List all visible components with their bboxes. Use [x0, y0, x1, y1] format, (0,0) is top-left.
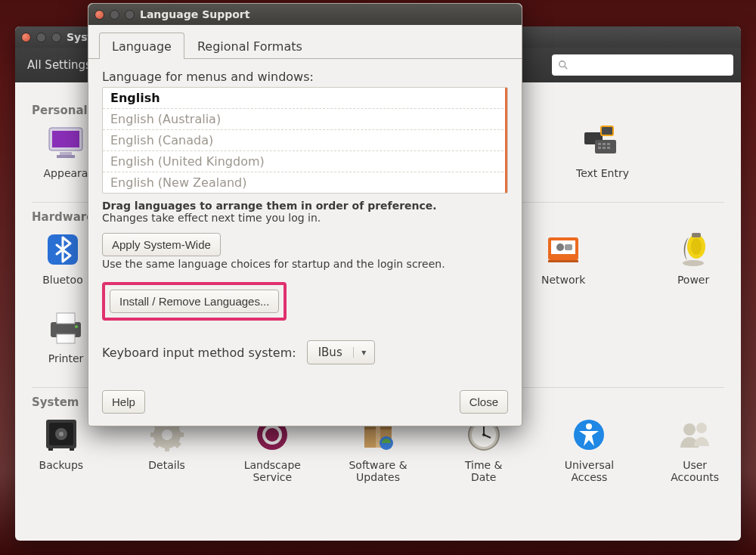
apply-system-wide-button[interactable]: Apply System-Wide — [102, 233, 221, 256]
drag-hint-strong: Drag languages to arrange them in order … — [102, 200, 508, 212]
svg-rect-19 — [565, 244, 572, 250]
power-label: Power — [677, 274, 709, 286]
language-item[interactable]: English (New Zealand) — [103, 172, 507, 193]
svg-line-1 — [565, 67, 568, 70]
svg-rect-33 — [48, 448, 53, 451]
backups-label: Backups — [39, 459, 84, 471]
search-input[interactable] — [552, 54, 733, 76]
svg-rect-27 — [57, 334, 75, 343]
svg-rect-10 — [603, 143, 606, 145]
tabs: Language Regional Formats — [88, 25, 522, 59]
install-remove-highlight: Install / Remove Languages... — [102, 282, 287, 321]
landscape-label: Landscape Service — [243, 459, 302, 483]
backups-item[interactable]: Backups — [32, 415, 91, 483]
language-item[interactable]: English (United Kingdom) — [103, 151, 507, 172]
bluetooth-icon — [43, 230, 82, 269]
chevron-down-icon: ▾ — [353, 347, 374, 358]
tab-language[interactable]: Language — [99, 33, 184, 59]
svg-rect-7 — [601, 126, 613, 135]
svg-point-47 — [265, 428, 279, 442]
language-tab-panel: Language for menus and windows: English … — [88, 59, 522, 390]
keyboard-icon — [583, 123, 622, 163]
svg-rect-14 — [607, 147, 610, 149]
bluetooth-label: Bluetoo — [42, 274, 83, 286]
monitor-icon — [46, 123, 85, 163]
svg-rect-4 — [60, 152, 72, 155]
svg-rect-38 — [150, 433, 156, 437]
network-label: Network — [541, 274, 585, 286]
keyboard-input-value: IBus — [308, 346, 353, 359]
maximize-icon[interactable] — [51, 33, 61, 42]
close-button[interactable]: Close — [460, 390, 508, 414]
drag-hint: Changes take effect next time you log in… — [102, 212, 508, 224]
details-label: Details — [148, 459, 185, 471]
svg-point-21 — [683, 260, 704, 266]
svg-point-44 — [162, 429, 172, 440]
appearance-label: Appeara — [44, 167, 88, 179]
close-icon[interactable] — [94, 10, 104, 20]
network-icon — [544, 230, 583, 269]
printer-icon — [46, 309, 85, 348]
svg-rect-13 — [603, 147, 606, 149]
svg-rect-11 — [607, 143, 610, 145]
svg-rect-26 — [57, 313, 75, 324]
language-list[interactable]: English English (Australia) English (Can… — [102, 87, 508, 194]
keyboard-input-label: Keyboard input method system: — [102, 346, 296, 360]
search-icon — [558, 60, 569, 70]
svg-point-56 — [482, 433, 485, 436]
svg-rect-24 — [692, 233, 701, 237]
users-item[interactable]: User Accounts — [665, 415, 724, 483]
language-item[interactable]: English (Canada) — [103, 130, 507, 151]
power-icon — [674, 230, 713, 269]
svg-point-23 — [691, 238, 702, 255]
language-support-dialog: Language Support Language Regional Forma… — [88, 3, 522, 426]
bluetooth-item[interactable]: Bluetoo — [32, 230, 94, 286]
universal-item[interactable]: Universal Access — [560, 415, 619, 483]
accessibility-icon — [569, 415, 609, 454]
power-item[interactable]: Power — [662, 230, 724, 286]
svg-point-59 — [683, 423, 696, 436]
language-item[interactable]: English — [103, 88, 507, 109]
svg-point-32 — [59, 432, 64, 436]
svg-point-60 — [696, 423, 707, 433]
svg-rect-3 — [52, 131, 79, 147]
users-label: User Accounts — [665, 459, 724, 483]
text-entry-item[interactable]: Text Entry — [569, 123, 637, 179]
network-item[interactable]: Network — [532, 230, 594, 286]
svg-point-0 — [559, 61, 565, 67]
svg-rect-39 — [178, 433, 184, 437]
dialog-titlebar: Language Support — [88, 4, 522, 25]
users-icon — [675, 415, 714, 454]
text-entry-label: Text Entry — [576, 167, 629, 179]
universal-label: Universal Access — [560, 459, 619, 483]
minimize-icon[interactable] — [36, 33, 46, 42]
keyboard-input-combobox[interactable]: IBus ▾ — [307, 340, 375, 364]
svg-rect-37 — [165, 445, 169, 451]
close-icon[interactable] — [21, 33, 31, 42]
dialog-title: Language Support — [140, 8, 249, 20]
language-list-label: Language for menus and windows: — [102, 70, 508, 84]
svg-rect-12 — [598, 147, 601, 149]
svg-rect-5 — [57, 155, 75, 158]
dialog-body: Language Regional Formats Language for m… — [88, 25, 522, 426]
svg-rect-34 — [70, 448, 74, 451]
keyboard-input-row: Keyboard input method system: IBus ▾ — [102, 340, 508, 364]
svg-rect-20 — [548, 260, 578, 262]
help-button[interactable]: Help — [102, 390, 145, 414]
all-settings-button[interactable]: All Settings — [23, 55, 91, 75]
maximize-icon[interactable] — [125, 10, 135, 20]
svg-point-28 — [75, 325, 78, 328]
timedate-label: Time & Date — [454, 459, 513, 483]
install-remove-languages-button[interactable]: Install / Remove Languages... — [110, 290, 279, 313]
language-item[interactable]: English (Australia) — [103, 109, 507, 130]
svg-point-58 — [586, 423, 592, 429]
software-label: Software & Updates — [349, 459, 407, 483]
dialog-footer: Help Close — [88, 390, 522, 426]
apply-hint: Use the same language choices for startu… — [102, 258, 508, 270]
tab-regional-formats[interactable]: Regional Formats — [184, 33, 315, 59]
safe-icon — [42, 415, 81, 454]
svg-rect-9 — [598, 143, 601, 145]
svg-point-18 — [556, 243, 564, 251]
minimize-icon[interactable] — [110, 10, 119, 20]
printers-label: Printer — [48, 352, 84, 364]
